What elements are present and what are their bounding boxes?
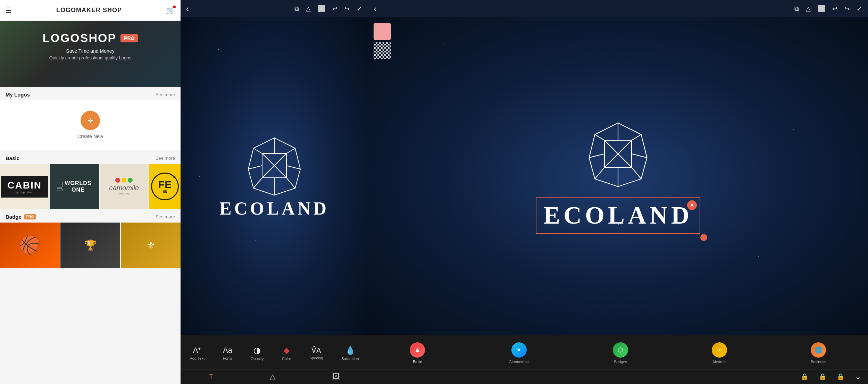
- opacity-tool[interactable]: ◑ Opacity: [251, 345, 264, 361]
- cart-badge: [173, 6, 176, 8]
- category-badges[interactable]: ⬡ Badges: [607, 342, 634, 364]
- right-panel: ‹ ⧉ △ ⬜ ↩ ↪ ✓: [368, 0, 868, 384]
- svg-line-20: [589, 154, 604, 158]
- gem-svg: [240, 134, 309, 197]
- pink-swatch[interactable]: [374, 23, 391, 40]
- camomile-card[interactable]: camomile tea shop: [100, 164, 149, 209]
- svg-line-12: [262, 166, 274, 178]
- right-layers-icon[interactable]: ⧉: [794, 5, 799, 12]
- create-new-button[interactable]: +: [81, 111, 100, 130]
- cabin-logo-text: CABIN: [7, 180, 42, 191]
- warning-icon[interactable]: △: [306, 5, 311, 12]
- svg-line-2: [253, 148, 262, 153]
- category-business[interactable]: 🌐 Business: [805, 342, 832, 364]
- check-icon[interactable]: ✓: [357, 5, 362, 13]
- spacing-tool[interactable]: V̈A Spacing: [309, 346, 323, 360]
- menu-icon[interactable]: ☰: [6, 6, 12, 15]
- badge-section-header: Badge PRO See more: [0, 210, 181, 223]
- badges-category-label: Badges: [614, 360, 627, 364]
- my-logos-header: My Logos See more: [0, 87, 181, 100]
- right-undo-icon[interactable]: ↩: [832, 5, 837, 12]
- right-frame-icon[interactable]: ⬜: [818, 5, 825, 12]
- category-abstract[interactable]: ∞ Abstract: [706, 342, 733, 364]
- category-row: ▲ Basic ✦ Geometrical ⬡ Badges ∞: [368, 335, 868, 369]
- geo-icon-shape: ✦: [516, 346, 521, 354]
- chevron-down-icon[interactable]: ⌄: [855, 372, 861, 381]
- cabin-logo-card[interactable]: CABIN by logo shop: [0, 164, 49, 209]
- fe-number: 08: [163, 190, 167, 194]
- spacing-icon: V̈A: [311, 346, 321, 354]
- svg-line-26: [604, 154, 618, 167]
- dark-badge-icon: 🏆: [84, 239, 97, 251]
- saturation-tool[interactable]: 💧 Saturation: [341, 345, 359, 361]
- svg-line-16: [595, 134, 604, 140]
- color-label: Color: [282, 357, 291, 361]
- svg-line-7: [286, 166, 300, 169]
- basketball-badge-card[interactable]: 🏀: [0, 223, 60, 268]
- right-back-icon[interactable]: ‹: [374, 3, 377, 14]
- svg-line-10: [262, 153, 274, 166]
- right-check-icon[interactable]: ✓: [857, 5, 862, 13]
- category-basic[interactable]: ▲ Basic: [404, 342, 431, 364]
- basic-see-more[interactable]: See more: [156, 156, 175, 161]
- color-icon: ◆: [283, 345, 290, 355]
- basic-category-icon: ▲: [410, 342, 425, 358]
- text-action-icon[interactable]: T: [209, 372, 213, 381]
- badge-see-more[interactable]: See more: [156, 214, 175, 219]
- fonts-tool[interactable]: Aa Fonts: [223, 346, 233, 360]
- saturation-label: Saturation: [341, 357, 359, 361]
- svg-line-3: [286, 148, 295, 153]
- add-text-icon: Aᐩ: [193, 346, 201, 355]
- close-text-button[interactable]: ✕: [687, 200, 697, 210]
- color-swatches: [374, 23, 391, 59]
- undo-icon[interactable]: ↩: [332, 5, 337, 12]
- svg-line-6: [248, 166, 262, 169]
- my-logos-see-more[interactable]: See more: [156, 92, 175, 97]
- right-gem-logo: [576, 119, 660, 190]
- text-edit-box[interactable]: ECOLAND: [536, 197, 700, 234]
- badge-grid: 🏀 🏆 ⚜: [0, 223, 181, 268]
- spacing-label: Spacing: [309, 356, 323, 360]
- badge-title: Badge: [6, 214, 22, 220]
- shape-action-icon[interactable]: △: [270, 372, 276, 381]
- svg-line-11: [274, 153, 286, 166]
- cart-icon[interactable]: 🛒: [166, 6, 175, 15]
- image-action-icon[interactable]: 🖼: [332, 372, 340, 381]
- color-tool[interactable]: ◆ Color: [282, 345, 291, 361]
- dark-badge-card[interactable]: 🏆: [60, 223, 120, 268]
- svg-line-13: [274, 166, 286, 178]
- worlds-one-card[interactable]: WORLDSONE: [50, 164, 99, 209]
- plus-icon: +: [87, 116, 93, 125]
- gem-logo: [240, 134, 309, 198]
- transparent-swatch[interactable]: [374, 42, 391, 59]
- category-geometrical[interactable]: ✦ Geometrical: [503, 342, 535, 364]
- basic-category-label: Basic: [413, 360, 422, 364]
- right-top-bar: ‹ ⧉ △ ⬜ ↩ ↪ ✓: [368, 0, 868, 17]
- gold-badge-icon: ⚜: [146, 239, 156, 251]
- gold-badge-card[interactable]: ⚜: [121, 223, 181, 268]
- frame-icon[interactable]: ⬜: [318, 5, 325, 12]
- svg-line-24: [604, 140, 618, 154]
- basic-title: Basic: [6, 155, 19, 161]
- layers-icon[interactable]: ⧉: [294, 5, 299, 12]
- right-toolbar-icons: ⧉ △ ⬜ ↩ ↪ ✓: [794, 5, 862, 13]
- svg-line-27: [618, 154, 632, 167]
- svg-line-4: [253, 178, 262, 188]
- right-warning-icon[interactable]: △: [806, 5, 811, 12]
- badges-category-icon: ⬡: [613, 342, 628, 358]
- abstract-category-icon: ∞: [712, 342, 727, 358]
- redo-icon[interactable]: ↪: [344, 5, 350, 12]
- svg-line-18: [595, 167, 604, 178]
- drag-handle[interactable]: [700, 234, 707, 241]
- hero-subtitle2: Quickly create professional quality Logo…: [7, 55, 174, 60]
- saturation-icon: 💧: [345, 345, 356, 355]
- pro-badge: PRO: [120, 34, 138, 42]
- right-canvas: ✕ ECOLAND: [368, 17, 868, 335]
- middle-panel: ‹ ⧉ △ ⬜ ↩ ↪ ✓: [181, 0, 368, 384]
- add-text-tool[interactable]: Aᐩ Add Text: [190, 346, 205, 360]
- right-redo-icon[interactable]: ↪: [844, 5, 850, 12]
- fe08-card[interactable]: ★ FE 08: [149, 164, 181, 209]
- middle-back-icon[interactable]: ‹: [186, 3, 189, 14]
- left-panel: ☰ LOGOMAKER SHOP 🛒 LOGOSHOP PRO Save Tim…: [0, 0, 181, 384]
- worlds-logo-text: WORLDSONE: [65, 180, 91, 193]
